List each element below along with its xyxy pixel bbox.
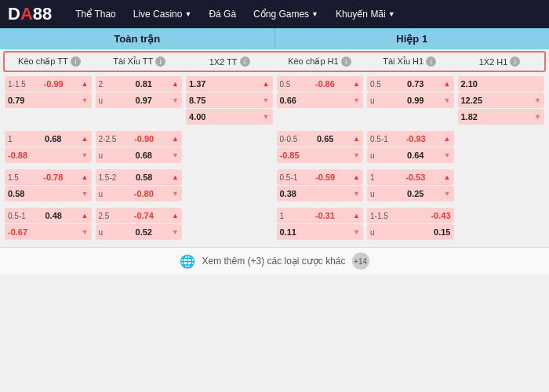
cell-label: u (370, 228, 387, 237)
cell-value: -0.99 (44, 79, 64, 89)
bet-cell[interactable]: 8.75▼ (186, 93, 273, 108)
cell-group-tai_xiu_h1: 1-1.5-0.43u0.15 (365, 207, 456, 241)
bet-cell[interactable]: 1-1.5-0.99▲ (5, 76, 92, 92)
footer: 🌐 Xem thêm (+3) các loại cược khác +14 (0, 247, 549, 274)
bet-cell[interactable]: 12.25▼ (458, 93, 545, 108)
chevron-down-icon: ▼ (311, 10, 318, 18)
cell-value: 0.58 (136, 172, 152, 182)
cell-group-1x2_tt: 1.37▲8.75▼4.00▼ (184, 75, 275, 125)
info-icon[interactable]: i (426, 56, 436, 67)
bet-cell[interactable]: u0.68▼ (96, 147, 183, 163)
arrow-down-icon: ▼ (172, 228, 179, 236)
arrow-up-icon: ▲ (444, 80, 451, 88)
nav-item-conggames[interactable]: Cổng Games ▼ (245, 4, 326, 24)
arrow-up-icon: ▲ (172, 80, 179, 88)
bet-cell[interactable]: 4.00▼ (186, 109, 273, 125)
cell-label: 0.5 (370, 80, 387, 89)
cell-value: 0.48 (45, 211, 61, 220)
bet-cell[interactable]: u0.15 (367, 224, 454, 240)
bet-cell[interactable]: 0.58▼ (5, 186, 92, 201)
bet-cell[interactable]: 1.5-20.58▲ (96, 169, 183, 185)
bet-cell[interactable]: 1-1.5-0.43 (367, 208, 454, 223)
bet-cell[interactable]: 2-2.5-0.90▲ (96, 131, 183, 147)
bet-cell[interactable]: u0.52▼ (96, 224, 183, 240)
col-1x2-h1: 1X2 H1 i (455, 53, 544, 71)
cell-group-1x2_h1 (456, 207, 547, 241)
cell-label: u (370, 151, 387, 160)
cell-group-1x2_h1: 2.1012.25▼1.82▼ (456, 75, 547, 125)
bet-cell[interactable]: 1.37▲ (186, 76, 273, 92)
bet-cell[interactable]: 1-0.53▲ (367, 169, 454, 185)
bet-cell[interactable]: u0.97▼ (96, 93, 183, 108)
bet-cell[interactable]: 1-0.31▲ (277, 208, 364, 223)
cell-value: 12.25 (461, 96, 483, 105)
bet-cell[interactable]: 0.38▼ (277, 186, 364, 201)
cell-value: -0.90 (134, 134, 154, 143)
bet-cell[interactable]: 2.5-0.74▲ (96, 208, 183, 223)
nav-item-khuyenmai[interactable]: Khuyến Mãi ▼ (328, 4, 403, 24)
arrow-up-icon: ▲ (172, 212, 179, 220)
bet-cell[interactable]: 0.66▼ (277, 93, 364, 108)
cell-value: -0.59 (315, 172, 335, 182)
cell-value: -0.78 (43, 172, 63, 182)
see-more-link[interactable]: Xem thêm (+3) các loại cược khác (202, 256, 345, 267)
bet-cell[interactable]: 0.50.73▲ (367, 76, 454, 92)
bet-cell[interactable]: u-0.80▼ (96, 186, 183, 201)
bet-cell[interactable]: 2.10 (458, 76, 545, 92)
info-icon[interactable]: i (510, 56, 520, 67)
arrow-down-icon: ▼ (172, 96, 179, 104)
bet-cell[interactable]: 1.82▼ (458, 109, 545, 125)
nav-item-thethao[interactable]: Thể Thao (67, 4, 123, 24)
bet-cell[interactable]: u0.64▼ (367, 147, 454, 163)
cell-value: -0.31 (315, 211, 335, 220)
bet-cell[interactable]: 0.79▼ (5, 93, 92, 108)
bet-cell[interactable]: 0.5-0.86▲ (277, 76, 364, 92)
column-headers: Kèo chấp TT i Tài Xỉu TT i 1X2 TT i Kèo … (3, 51, 546, 72)
cell-value: -0.53 (405, 172, 425, 182)
cell-group-keo_h1: 0.5-1-0.59▲0.38▼ (275, 169, 366, 202)
col-keo-chap-h1: Kèo chấp H1 i (274, 53, 365, 71)
bet-cell[interactable]: -0.88▼ (5, 147, 92, 163)
logo[interactable]: DA88 (8, 4, 52, 24)
bet-cell[interactable]: u0.99▼ (367, 93, 454, 108)
cell-label: 0.5 (280, 80, 297, 89)
globe-icon[interactable]: 🌐 (180, 254, 195, 269)
info-icon[interactable]: i (341, 56, 351, 67)
arrow-up-icon: ▲ (353, 212, 360, 220)
nav-item-daga[interactable]: Đá Gà (201, 4, 244, 24)
cell-label: u (99, 96, 116, 105)
app-container: DA88 Thể Thao Live Casino ▼ Đá Gà Cổng G… (0, 0, 549, 274)
cell-label: 1.5 (8, 173, 25, 182)
cell-label: 1 (8, 135, 25, 143)
cell-label: u (99, 190, 116, 198)
table-row: 1-1.5-0.99▲0.79▼20.81▲u0.97▼1.37▲8.75▼4.… (3, 75, 546, 128)
arrow-down-icon: ▼ (353, 96, 360, 104)
bet-cell[interactable]: -0.85▼ (277, 147, 364, 163)
cell-value: -0.80 (134, 189, 154, 198)
bet-cell[interactable]: 0.5-1-0.59▲ (277, 169, 364, 185)
cell-group-keo_h1: 1-0.31▲0.11▼ (275, 207, 366, 241)
bet-cell[interactable]: 0.5-1-0.93▲ (367, 131, 454, 147)
bet-cell[interactable]: 20.81▲ (96, 76, 183, 92)
bet-cell[interactable]: 0.11▼ (277, 224, 364, 240)
arrow-up-icon: ▲ (353, 80, 360, 88)
cell-label: 2.5 (99, 212, 116, 220)
cell-value: -0.74 (134, 211, 154, 220)
info-icon[interactable]: i (240, 56, 250, 67)
cell-label: u (99, 228, 116, 237)
info-icon[interactable]: i (71, 56, 81, 67)
cell-value: 0.73 (407, 79, 424, 89)
cell-group-keo_h1: 0.5-0.86▲0.66▼ (275, 75, 366, 125)
bet-cell[interactable]: 0-0.50.65▲ (277, 131, 364, 147)
cell-group-tai_xiu_tt: 1.5-20.58▲u-0.80▼ (94, 169, 185, 202)
bet-cell[interactable]: 10.68▲ (5, 131, 92, 147)
bet-cell[interactable]: -0.67▼ (5, 224, 92, 240)
bet-cell[interactable]: u0.25▼ (367, 186, 454, 201)
info-icon[interactable]: i (155, 56, 165, 67)
cell-label: 0-0.5 (280, 135, 298, 143)
table-row: 1.5-0.78▲0.58▼1.5-20.58▲u-0.80▼0.5-1-0.5… (3, 169, 546, 205)
cell-label: 1-1.5 (8, 80, 26, 89)
bet-cell[interactable]: 1.5-0.78▲ (5, 169, 92, 185)
bet-cell[interactable]: 0.5-10.48▲ (5, 208, 92, 223)
nav-item-livecasino[interactable]: Live Casino ▼ (125, 4, 200, 24)
